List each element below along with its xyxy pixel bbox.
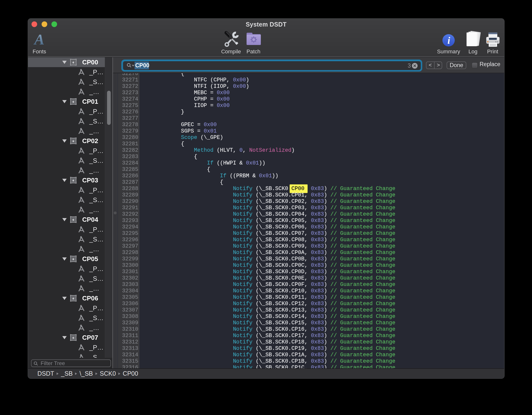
svg-text:i: i bbox=[447, 35, 450, 46]
svg-text:A: A bbox=[33, 32, 44, 48]
